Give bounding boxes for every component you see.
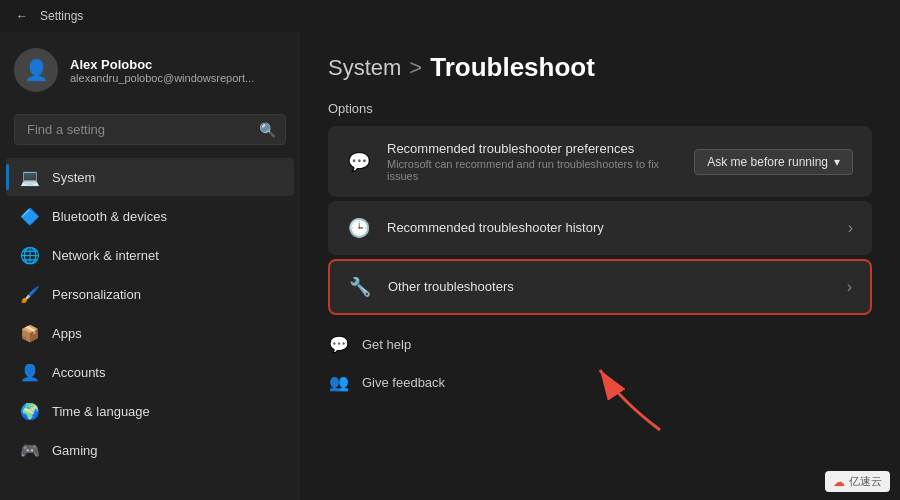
- app-title: Settings: [40, 9, 83, 23]
- dropdown-recommended-prefs[interactable]: Ask me before running ▾: [694, 149, 853, 175]
- accounts-icon: 👤: [20, 362, 40, 382]
- sidebar-label-accounts: Accounts: [52, 365, 105, 380]
- card-subtitle-recommended-prefs: Microsoft can recommend and run troubles…: [387, 158, 678, 182]
- system-icon: 💻: [20, 167, 40, 187]
- watermark-icon: ☁: [833, 475, 845, 489]
- user-name: Alex Poloboc: [70, 57, 254, 72]
- title-bar: ← Settings: [0, 0, 900, 32]
- breadcrumb-parent: System: [328, 55, 401, 81]
- card-title-recommended-prefs: Recommended troubleshooter preferences: [387, 141, 678, 156]
- sidebar-item-bluetooth[interactable]: 🔷 Bluetooth & devices: [6, 197, 294, 235]
- get-help-icon: 💬: [328, 333, 350, 355]
- cards-list: 💬 Recommended troubleshooter preferences…: [328, 126, 872, 315]
- breadcrumb-separator: >: [409, 55, 422, 81]
- link-give-feedback[interactable]: 👥 Give feedback: [328, 363, 872, 401]
- breadcrumb: System > Troubleshoot: [328, 52, 872, 83]
- card-recommended-history[interactable]: 🕒 Recommended troubleshooter history ›: [328, 201, 872, 255]
- card-content-other-troubleshooters: Other troubleshooters: [388, 279, 831, 296]
- card-title-recommended-history: Recommended troubleshooter history: [387, 220, 832, 235]
- sidebar-label-time: Time & language: [52, 404, 150, 419]
- card-title-other-troubleshooters: Other troubleshooters: [388, 279, 831, 294]
- card-recommended-prefs[interactable]: 💬 Recommended troubleshooter preferences…: [328, 126, 872, 197]
- time-icon: 🌍: [20, 401, 40, 421]
- content-wrapper: System > Troubleshoot Options 💬 Recommen…: [300, 32, 900, 500]
- give-feedback-icon: 👥: [328, 371, 350, 393]
- sidebar-label-bluetooth: Bluetooth & devices: [52, 209, 167, 224]
- main-container: 👤 Alex Poloboc alexandru_poloboc@windows…: [0, 32, 900, 500]
- nav-list: 💻 System 🔷 Bluetooth & devices 🌐 Network…: [0, 157, 300, 470]
- chevron-down-icon: ▾: [834, 155, 840, 169]
- card-content-recommended-prefs: Recommended troubleshooter preferences M…: [387, 141, 678, 182]
- watermark: ☁ 亿速云: [825, 471, 890, 492]
- gaming-icon: 🎮: [20, 440, 40, 460]
- sidebar-item-gaming[interactable]: 🎮 Gaming: [6, 431, 294, 469]
- bottom-links: 💬 Get help 👥 Give feedback: [328, 325, 872, 401]
- section-label: Options: [328, 101, 872, 116]
- breadcrumb-current: Troubleshoot: [430, 52, 595, 83]
- sidebar: 👤 Alex Poloboc alexandru_poloboc@windows…: [0, 32, 300, 500]
- search-box: 🔍: [14, 114, 286, 145]
- user-email: alexandru_poloboc@windowsreport...: [70, 72, 254, 84]
- sidebar-label-network: Network & internet: [52, 248, 159, 263]
- sidebar-item-personalization[interactable]: 🖌️ Personalization: [6, 275, 294, 313]
- content-area: System > Troubleshoot Options 💬 Recommen…: [300, 32, 900, 421]
- back-button[interactable]: ←: [12, 6, 32, 26]
- sidebar-label-personalization: Personalization: [52, 287, 141, 302]
- card-other-troubleshooters[interactable]: 🔧 Other troubleshooters ›: [328, 259, 872, 315]
- user-info: Alex Poloboc alexandru_poloboc@windowsre…: [70, 57, 254, 84]
- give-feedback-label: Give feedback: [362, 375, 445, 390]
- sidebar-item-time[interactable]: 🌍 Time & language: [6, 392, 294, 430]
- link-get-help[interactable]: 💬 Get help: [328, 325, 872, 363]
- sidebar-item-apps[interactable]: 📦 Apps: [6, 314, 294, 352]
- chevron-right-icon-recommended-history: ›: [848, 219, 853, 237]
- sidebar-item-system[interactable]: 💻 System: [6, 158, 294, 196]
- search-input[interactable]: [14, 114, 286, 145]
- user-profile[interactable]: 👤 Alex Poloboc alexandru_poloboc@windows…: [0, 32, 300, 108]
- card-icon-recommended-prefs: 💬: [347, 150, 371, 174]
- network-icon: 🌐: [20, 245, 40, 265]
- card-icon-other-troubleshooters: 🔧: [348, 275, 372, 299]
- avatar: 👤: [14, 48, 58, 92]
- card-content-recommended-history: Recommended troubleshooter history: [387, 220, 832, 237]
- bluetooth-icon: 🔷: [20, 206, 40, 226]
- apps-icon: 📦: [20, 323, 40, 343]
- chevron-right-icon-other-troubleshooters: ›: [847, 278, 852, 296]
- sidebar-item-network[interactable]: 🌐 Network & internet: [6, 236, 294, 274]
- card-icon-recommended-history: 🕒: [347, 216, 371, 240]
- sidebar-label-apps: Apps: [52, 326, 82, 341]
- sidebar-label-gaming: Gaming: [52, 443, 98, 458]
- sidebar-item-accounts[interactable]: 👤 Accounts: [6, 353, 294, 391]
- watermark-text: 亿速云: [849, 474, 882, 489]
- card-right-recommended-prefs: Ask me before running ▾: [694, 149, 853, 175]
- get-help-label: Get help: [362, 337, 411, 352]
- sidebar-label-system: System: [52, 170, 95, 185]
- personalization-icon: 🖌️: [20, 284, 40, 304]
